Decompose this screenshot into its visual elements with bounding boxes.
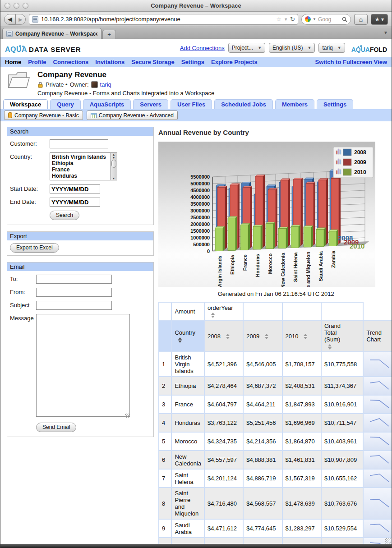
table-column-header-row: Country 2008 2009 2010 — [159, 320, 392, 352]
project-select[interactable]: Project... ▼ — [228, 43, 265, 53]
country-sort-header[interactable]: Country — [171, 320, 204, 352]
user-menu-select[interactable]: tariq ▼ — [318, 43, 345, 53]
email-to-input[interactable] — [36, 275, 112, 284]
fullscreen-view-link[interactable]: Switch to Fullscreen View — [315, 59, 387, 65]
trend-chart-sparkline[interactable] — [363, 352, 392, 377]
sort-icon[interactable] — [226, 334, 230, 339]
start-date-input[interactable] — [50, 184, 100, 193]
tab-members[interactable]: Members — [275, 99, 314, 109]
url-text[interactable]: 10.168.2.39:8082/app/home/project/compan… — [41, 16, 274, 23]
browser-tab[interactable]: Company Revenue – Workspace — [2, 28, 101, 39]
send-email-button[interactable]: Send Email — [36, 423, 76, 432]
amount-2008-cell: $4,604,797 — [204, 395, 243, 414]
year-2008-sort-header[interactable]: 2008 — [204, 320, 243, 352]
tab-settings[interactable]: Settings — [317, 99, 353, 109]
row-number: 7 — [159, 469, 171, 488]
export-to-excel-button[interactable]: Export to Excel — [10, 243, 59, 253]
nav-item-explore-projects[interactable]: Explore Projects — [211, 59, 258, 65]
forward-button[interactable]: ▶ — [16, 14, 26, 25]
magnifier-icon[interactable] — [342, 17, 347, 22]
amount-2009-cell: $5,251,456 — [243, 414, 282, 432]
language-select[interactable]: English (US) ▼ — [269, 43, 315, 53]
order-year-sort-header[interactable]: orderYear — [204, 302, 243, 320]
scroll-down-icon[interactable]: ▼ — [112, 156, 115, 159]
listbox-scrollbar[interactable]: ▲ ▼ ▼ — [110, 153, 117, 180]
address-bar[interactable]: 10.168.2.39:8082/app/home/project/compan… — [29, 14, 298, 25]
email-message-textarea[interactable] — [36, 314, 130, 417]
bookmark-star-icon[interactable]: ☆ — [277, 16, 282, 23]
tab-workspace[interactable]: Workspace — [3, 99, 48, 109]
trend-chart-sparkline[interactable] — [363, 451, 392, 469]
aquafold-logo: AQUA FOLD — [351, 42, 387, 53]
tab-user-files[interactable]: User Files — [171, 99, 212, 109]
new-tab-button[interactable]: + — [102, 30, 116, 39]
subtab-company-revenue-basic[interactable]: Company Revenue - Basic — [4, 111, 83, 120]
grand-total-sort-header[interactable]: Grand Total (Sum) — [321, 320, 364, 352]
bookmarks-button[interactable]: ★ ▾ — [371, 14, 388, 25]
owner-link[interactable]: tariq — [100, 81, 111, 88]
trend-chart-sparkline[interactable] — [363, 469, 392, 488]
search-engine-dropdown-icon[interactable]: ▼ — [313, 17, 316, 21]
nav-item-settings[interactable]: Settings — [181, 59, 204, 65]
trend-chart-sparkline[interactable] — [363, 432, 392, 451]
table-row: 7Saint Helena$4,201,124$4,886,719$1,567,… — [159, 469, 392, 488]
svg-text:1500000: 1500000 — [190, 228, 210, 234]
country-listbox[interactable]: British Virgin Islands Ethiopia France H… — [50, 152, 117, 180]
owner-avatar — [91, 81, 98, 88]
sort-icon[interactable] — [304, 334, 307, 339]
revenue-table: Amount orderYear Country — [158, 302, 392, 548]
sort-icon[interactable] — [211, 313, 215, 318]
country-option[interactable]: Ethiopia — [52, 160, 110, 166]
year-2009-sort-header[interactable]: 2009 — [243, 320, 282, 352]
tab-query[interactable]: Query — [50, 99, 81, 109]
row-number: 3 — [159, 395, 171, 414]
trend-chart-sparkline[interactable] — [363, 414, 392, 432]
end-date-input[interactable] — [50, 198, 100, 207]
subtab-label: Company Revenue - Basic — [14, 112, 79, 119]
window-resize-grip[interactable] — [385, 538, 391, 543]
nav-item-secure-storage[interactable]: Secure Storage — [131, 59, 174, 65]
nav-item-home[interactable]: Home — [5, 59, 21, 65]
email-subject-input[interactable] — [36, 301, 112, 310]
sort-icon[interactable] — [328, 344, 332, 350]
nav-item-invitations[interactable]: Invitations — [95, 59, 125, 65]
from-label: From: — [10, 288, 36, 297]
add-connections-link[interactable]: Add Connections — [180, 45, 225, 51]
amount-2008-cell: $4,324,735 — [204, 432, 243, 451]
scroll-up-icon[interactable]: ▲ — [112, 153, 115, 156]
trend-chart-sparkline[interactable] — [363, 377, 392, 395]
nav-item-connections[interactable]: Connections — [53, 59, 89, 65]
country-option[interactable]: France — [52, 166, 110, 173]
scrollbar-thumb[interactable] — [111, 160, 116, 168]
home-button[interactable]: ⌂ — [354, 14, 368, 25]
scroll-down-icon[interactable]: ▼ — [112, 177, 115, 180]
trend-chart-sparkline[interactable] — [363, 488, 392, 519]
site-header: AQUA DATA SERVER Add Connections Project… — [0, 39, 392, 57]
nav-item-profile[interactable]: Profile — [28, 59, 46, 65]
sort-icon[interactable] — [265, 334, 268, 339]
tab-list-chevron-icon[interactable]: ▼ — [383, 30, 388, 35]
tab-scheduled-jobs[interactable]: Scheduled Jobs — [214, 99, 273, 109]
back-button[interactable]: ◀ — [4, 14, 16, 25]
country-option[interactable]: British Virgin Islands — [52, 154, 110, 160]
grand-total-cell: $10,775,558 — [321, 352, 364, 377]
tab-servers[interactable]: Servers — [133, 99, 168, 109]
textarea-resize-grip[interactable] — [125, 414, 129, 418]
country-option[interactable]: Honduras — [52, 173, 110, 179]
trend-chart-sparkline[interactable] — [363, 519, 392, 538]
trend-chart-sparkline[interactable] — [363, 395, 392, 414]
url-dropdown-icon[interactable]: ▼ — [284, 17, 288, 22]
search-placeholder-text[interactable]: Goog — [318, 16, 340, 23]
subtab-company-revenue-advanced[interactable]: Company Revenue - Advanced — [87, 111, 178, 120]
customer-input[interactable] — [50, 139, 108, 148]
search-button[interactable]: Search — [50, 211, 79, 220]
visibility-label: Private • — [46, 81, 68, 88]
year-2010-sort-header[interactable]: 2010 — [282, 320, 321, 352]
tab-aquascripts[interactable]: AquaScripts — [83, 99, 131, 109]
sparkline-svg — [366, 416, 390, 428]
amount-2008-cell: $4,471,612 — [204, 519, 243, 538]
web-search-field[interactable]: ▼ Goog — [301, 14, 351, 25]
email-from-input[interactable] — [36, 288, 112, 297]
sort-icon[interactable] — [178, 337, 182, 343]
reload-icon[interactable]: ↻ — [290, 16, 295, 23]
